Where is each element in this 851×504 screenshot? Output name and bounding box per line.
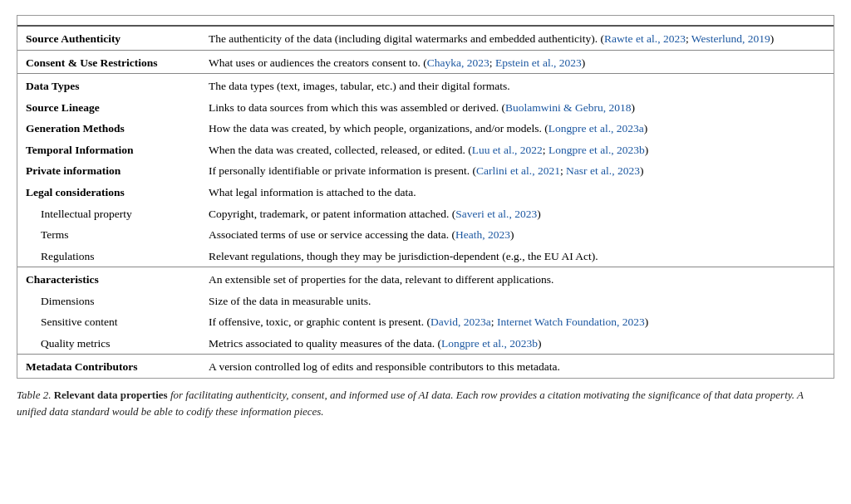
citation-link[interactable]: Longpre et al., 2023b xyxy=(548,144,645,156)
table-row: Sensitive contentIf offensive, toxic, or… xyxy=(17,311,834,333)
citation-link[interactable]: Carlini et al., 2021 xyxy=(476,164,560,177)
citation-link[interactable]: Luu et al., 2022 xyxy=(472,144,543,156)
citation-link[interactable]: Chayka, 2023 xyxy=(427,56,489,69)
caption-label: Table 2. xyxy=(17,389,54,401)
citation-link[interactable]: Internet Watch Foundation, 2023 xyxy=(497,316,645,328)
definition-cell: Size of the data in measurable units. xyxy=(200,291,834,312)
metadata-table: Source AuthenticityThe authenticity of t… xyxy=(17,16,834,378)
definition-cell: If offensive, toxic, or graphic content … xyxy=(200,311,834,333)
metadata-cell: Terms xyxy=(17,224,200,246)
metadata-cell: Dimensions xyxy=(17,291,200,312)
metadata-cell: Intellectual property xyxy=(17,203,200,225)
table-caption: Table 2. Relevant data properties for fa… xyxy=(17,387,834,419)
metadata-cell: Quality metrics xyxy=(17,333,200,355)
definition-cell: Copyright, trademark, or patent informat… xyxy=(200,203,834,225)
table-row: Private informationIf personally identif… xyxy=(17,160,834,182)
table-row: Source AuthenticityThe authenticity of t… xyxy=(17,26,834,50)
table-header-row xyxy=(17,16,834,26)
table-row: Source LineageLinks to data sources from… xyxy=(17,97,834,119)
table-row: TermsAssociated terms of use or service … xyxy=(17,224,834,246)
definition-cell: When the data was created, collected, re… xyxy=(200,139,834,161)
table-row: Data TypesThe data types (text, images, … xyxy=(17,74,834,97)
table-row: Legal considerationsWhat legal informati… xyxy=(17,182,834,203)
table-row: DimensionsSize of the data in measurable… xyxy=(17,291,834,312)
caption-bold: Relevant data properties xyxy=(54,389,168,401)
metadata-cell: Metadata Contributors xyxy=(17,355,200,378)
definition-cell: What legal information is attached to th… xyxy=(200,182,834,203)
citation-link[interactable]: Longpre et al., 2023b xyxy=(441,337,538,350)
table-row: Quality metricsMetrics associated to qua… xyxy=(17,333,834,355)
definition-cell: A version controlled log of edits and re… xyxy=(200,355,834,378)
table-row: Intellectual propertyCopyright, trademar… xyxy=(17,203,834,225)
metadata-cell: Characteristics xyxy=(17,267,200,291)
table-row: CharacteristicsAn extensible set of prop… xyxy=(17,267,834,291)
metadata-cell: Private information xyxy=(17,160,200,182)
definition-cell: If personally identifiable or private in… xyxy=(200,160,834,182)
table-row: Generation MethodsHow the data was creat… xyxy=(17,118,834,139)
table-row: Metadata ContributorsA version controlle… xyxy=(17,355,834,378)
definition-cell: Relevant regulations, though they may be… xyxy=(200,246,834,267)
citation-link[interactable]: David, 2023a xyxy=(430,316,491,328)
metadata-cell: Regulations xyxy=(17,246,200,267)
citation-link[interactable]: Westerlund, 2019 xyxy=(691,32,770,45)
metadata-cell: Temporal Information xyxy=(17,139,200,161)
metadata-cell: Data Types xyxy=(17,74,200,97)
metadata-cell: Generation Methods xyxy=(17,118,200,139)
table-row: Consent & Use RestrictionsWhat uses or a… xyxy=(17,50,834,74)
definition-cell: Links to data sources from which this wa… xyxy=(200,97,834,119)
definition-cell: The data types (text, images, tabular, e… xyxy=(200,74,834,97)
definition-cell: Metrics associated to quality measures o… xyxy=(200,333,834,355)
metadata-cell: Consent & Use Restrictions xyxy=(17,50,200,74)
definition-cell: An extensible set of properties for the … xyxy=(200,267,834,291)
citation-link[interactable]: Rawte et al., 2023 xyxy=(604,32,686,45)
metadata-cell: Sensitive content xyxy=(17,311,200,333)
citation-link[interactable]: Heath, 2023 xyxy=(455,228,510,241)
col-definition-header xyxy=(200,16,834,26)
citation-link[interactable]: Saveri et al., 2023 xyxy=(455,208,537,220)
definition-cell: How the data was created, by which peopl… xyxy=(200,118,834,139)
metadata-cell: Source Lineage xyxy=(17,97,200,119)
table-row: RegulationsRelevant regulations, though … xyxy=(17,246,834,267)
definition-cell: The authenticity of the data (including … xyxy=(200,26,834,50)
metadata-cell: Legal considerations xyxy=(17,182,200,203)
table-row: Temporal InformationWhen the data was cr… xyxy=(17,139,834,161)
citation-link[interactable]: Nasr et al., 2023 xyxy=(566,164,640,177)
col-metadata-header xyxy=(17,16,200,26)
main-table-container: Source AuthenticityThe authenticity of t… xyxy=(17,15,834,379)
citation-link[interactable]: Epstein et al., 2023 xyxy=(495,56,582,69)
metadata-cell: Source Authenticity xyxy=(17,26,200,50)
definition-cell: Associated terms of use or service acces… xyxy=(200,224,834,246)
definition-cell: What uses or audiences the creators cons… xyxy=(200,50,834,74)
citation-link[interactable]: Buolamwini & Gebru, 2018 xyxy=(505,101,632,114)
citation-link[interactable]: Longpre et al., 2023a xyxy=(548,122,644,135)
